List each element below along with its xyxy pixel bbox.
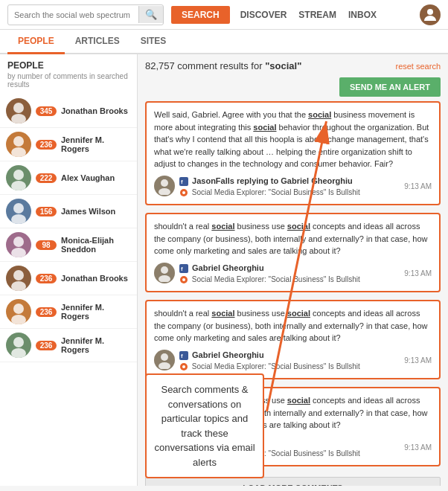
nav-search-button[interactable]: SEARCH [171,6,230,24]
svg-point-12 [11,281,26,291]
comment-avatar [154,263,175,283]
comment-info: f Gabriel Gheorghiu Social Media Explore… [179,349,400,373]
svg-point-0 [427,9,433,15]
comment-card: Well said, Gabriel. Agree with you that … [145,101,441,205]
svg-point-34 [182,365,185,368]
alert-row: SEND ME AN ALERT [145,77,441,97]
person-item[interactable]: 222 Alex Vaughan [0,161,137,195]
tab-people[interactable]: PEOPLE [7,30,65,54]
person-item[interactable]: 98 Monica-Elijah Sneddon [0,228,137,262]
svg-point-16 [11,348,26,358]
person-avatar [6,199,31,224]
svg-point-22 [182,191,185,194]
person-item[interactable]: 236 Jennifer M. Rogers [0,295,137,329]
svg-point-13 [13,304,24,314]
svg-point-2 [11,114,26,123]
svg-point-23 [161,266,168,274]
keyword-highlight: social [211,222,234,231]
keyword-highlight: social [211,309,234,318]
person-name: Jonathan Brooks [61,274,131,283]
svg-point-9 [13,237,24,247]
keyword-highlight: social [253,123,276,132]
people-list: 345 Jonathan Brooks 236 Jennifer M. Roge… [0,94,137,362]
person-name: James Wilson [61,207,131,216]
comment-info: f Gabriel Gheorghiu Social Media Explore… [179,262,400,286]
comment-author: f JasonFalls replying to Gabriel Gheorgh… [179,175,400,187]
svg-text:f: f [181,179,183,185]
alert-button[interactable]: SEND ME AN ALERT [339,77,441,97]
comment-count-badge: 236 [36,341,57,350]
comment-avatar [154,176,175,196]
main-layout: PEOPLE by number of comments in searched… [0,54,448,486]
sidebar: PEOPLE by number of comments in searched… [0,54,138,486]
person-avatar [6,299,31,324]
tabs-bar: PEOPLE ARTICLES SITES [0,30,448,54]
person-item[interactable]: 236 Jonathan Brooks [0,262,137,295]
svg-point-30 [159,362,170,369]
svg-point-3 [13,136,24,147]
comment-time: 9:13 AM [404,181,432,192]
person-name: Monica-Elijah Sneddon [61,236,131,254]
svg-point-28 [182,278,185,281]
tab-sites[interactable]: SITES [130,30,177,54]
svg-point-18 [159,188,170,195]
search-input[interactable] [8,7,138,22]
comment-meta: f JasonFalls replying to Gabriel Gheorgh… [154,175,432,199]
nav-inbox[interactable]: INBOX [348,10,377,20]
comment-author: f Gabriel Gheorghiu [179,262,400,275]
comment-text: Well said, Gabriel. Agree with you that … [154,109,432,170]
comment-text: shouldn't a real social business use soc… [154,220,432,257]
avatar[interactable] [420,4,441,25]
annotation-text: Search comments & conversations on parti… [154,384,255,468]
comment-source: Social Media Explorer: "Social Business"… [179,361,400,372]
comment-source: Social Media Explorer: "Social Business"… [179,187,400,198]
person-item[interactable]: 236 Jennifer M. Rogers [0,128,137,161]
sidebar-subtitle: by number of comments in searched result… [0,72,137,94]
person-name: Jonathan Brooks [61,106,131,115]
content-area: 82,757 comment results for "social" rese… [138,54,448,486]
search-bar: 🔍 [7,4,164,25]
person-avatar [6,333,31,358]
person-avatar [6,165,31,190]
svg-point-1 [13,103,24,113]
person-item[interactable]: 345 Jonathan Brooks [0,94,137,128]
svg-point-10 [11,248,26,257]
comment-count-badge: 156 [36,207,57,216]
person-item[interactable]: 236 Jennifer M. Rogers [0,329,137,362]
comment-text: shouldn't a real social business use soc… [154,307,432,344]
person-avatar [6,132,31,157]
header: 🔍 SEARCH DISCOVER STREAM INBOX [0,0,448,30]
person-item[interactable]: 156 James Wilson [0,195,137,228]
svg-point-11 [13,270,24,280]
keyword-highlight: social [308,110,331,119]
svg-point-8 [11,214,26,224]
svg-point-17 [161,179,168,187]
search-icon-button[interactable]: 🔍 [138,6,163,23]
comment-meta: f Gabriel Gheorghiu Social Media Explore… [154,349,432,373]
svg-point-6 [11,181,26,190]
person-name: Jennifer M. Rogers [61,303,131,321]
comment-info: f JasonFalls replying to Gabriel Gheorgh… [179,175,400,199]
results-count: 82,757 comment results for "social" [145,60,301,71]
svg-point-24 [159,275,170,282]
sidebar-title: PEOPLE [0,54,137,72]
comment-time: 9:13 AM [404,442,432,453]
person-avatar [6,232,31,257]
comment-time: 9:13 AM [404,268,432,279]
comment-count-badge: 236 [36,140,57,150]
reset-search-link[interactable]: reset search [395,62,441,71]
svg-text:f: f [181,266,183,272]
person-name: Jennifer M. Rogers [61,135,131,153]
nav-stream[interactable]: STREAM [298,10,336,20]
comment-time: 9:13 AM [404,355,432,366]
comment-count-badge: 236 [36,307,57,317]
svg-point-14 [11,315,26,324]
annotation-box: Search comments & conversations on parti… [145,373,264,478]
nav-discover[interactable]: DISCOVER [240,10,287,20]
svg-point-7 [13,203,24,214]
comment-count-badge: 222 [36,173,57,183]
comment-count-badge: 98 [36,240,57,250]
keyword-highlight: social [287,222,310,231]
tab-articles[interactable]: ARTICLES [65,30,130,54]
comment-card: shouldn't a real social business use soc… [145,300,441,379]
